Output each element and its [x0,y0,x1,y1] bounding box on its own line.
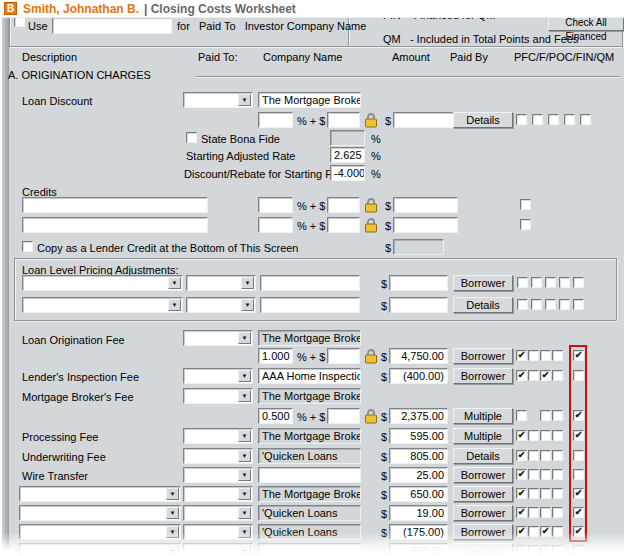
lenders-inspection-paid-to-select[interactable]: Other ▼ [183,368,253,384]
processing-multiple-button[interactable]: Multiple [453,428,513,444]
mortgage-broker-paid-to-select[interactable]: Broker ▼ [183,388,253,404]
lenders-inspection-paid-by-button[interactable]: Borrower [453,368,513,384]
loan-discount-paid-to-select[interactable]: Other ▼ [183,92,253,108]
llpa2-f-checkbox[interactable] [531,299,542,310]
mortgage-broker-pfc-checkbox[interactable] [516,410,527,421]
llpa1-qm-checkbox[interactable] [573,277,584,288]
loan-origination-pct-input[interactable]: 1.000 [258,348,293,364]
flood-cert-paid-by-button[interactable]: Borrower [453,505,513,521]
chevron-down-icon[interactable]: ▼ [238,430,251,442]
processing-f-checkbox[interactable] [528,430,539,441]
chevron-down-icon[interactable]: ▼ [168,277,181,289]
mortgage-broker-poc-checkbox[interactable] [540,410,551,421]
mortgage-broker-multiple-button[interactable]: Multiple [453,408,513,424]
wire-transfer-paid-to-select[interactable]: Other ▼ [183,467,253,483]
credit1-amount-input[interactable] [393,197,458,213]
admin-fee-paid-to-select[interactable]: Broker ▼ [183,486,253,502]
wire-transfer-amount-input[interactable]: 25.00 [389,467,448,483]
loan-discount-pfc-checkbox[interactable] [516,114,527,125]
loan-origination-fin-checkbox[interactable] [552,350,563,361]
chevron-down-icon[interactable]: ▼ [168,299,181,311]
wire-transfer-company-input[interactable] [258,467,361,483]
flood-cert-paid-to-select[interactable]: Lender ▼ [183,505,253,521]
llpa1-f-checkbox[interactable] [531,277,542,288]
loan-discount-fin-checkbox[interactable] [564,114,575,125]
loan-origination-paid-by-button[interactable]: Borrower [453,348,513,364]
lenders-inspection-amount-input[interactable]: (400.00) [389,368,448,384]
llpa2-type-select[interactable]: ▼ [22,297,183,313]
flood-cert-pfc-checkbox[interactable]: ✔ [516,507,527,518]
admin-fee-fin-checkbox[interactable] [552,488,563,499]
underwriting-paid-to-select[interactable]: Lender ▼ [183,448,253,464]
llpa1-fin-checkbox[interactable] [559,277,570,288]
llpa1-type-select[interactable]: ▼ [22,275,183,291]
chevron-down-icon[interactable]: ▼ [238,94,251,106]
credit1-pct-input[interactable] [258,197,293,213]
admin-fee-poc-checkbox[interactable] [540,488,551,499]
lock-icon[interactable] [364,112,378,128]
state-bona-fide-checkbox[interactable] [186,132,197,143]
loan-origination-paid-to-select[interactable]: Broker ▼ [183,330,253,346]
loan-discount-amount-input[interactable] [393,112,458,128]
copy-lender-credit-checkbox[interactable] [22,241,33,252]
chevron-down-icon[interactable]: ▼ [241,277,254,289]
loan-discount-f-checkbox[interactable] [532,114,543,125]
loan-discount-details-button[interactable]: Details [453,112,513,128]
lock-icon[interactable] [364,217,378,233]
flood-cert-type-select[interactable]: Flood Certification ▼ [19,505,181,521]
loan-origination-f-checkbox[interactable] [528,350,539,361]
llpa2-qm-checkbox[interactable] [573,299,584,310]
loan-origination-pfc-checkbox[interactable]: ✔ [516,350,527,361]
flood-cert-poc-checkbox[interactable] [540,507,551,518]
mortgage-broker-fin-checkbox[interactable] [552,410,563,421]
llpa1-paid-to-select[interactable]: ▼ [186,275,256,291]
lock-icon[interactable] [364,348,378,364]
admin-fee-amount-input[interactable]: 650.00 [389,486,448,502]
admin-fee-type-select[interactable]: Admin Fee ▼ [19,486,181,502]
lenders-inspection-pfc-checkbox[interactable]: ✔ [516,370,527,381]
credit2-name-input[interactable] [22,217,208,233]
chevron-down-icon[interactable]: ▼ [238,507,251,519]
processing-amount-input[interactable]: 595.00 [389,428,448,444]
loan-discount-company-input[interactable]: The Mortgage Brokers [258,92,361,108]
underwriting-amount-input[interactable]: 805.00 [389,448,448,464]
wire-transfer-paid-by-button[interactable]: Borrower [453,467,513,483]
loan-origination-poc-checkbox[interactable] [540,350,551,361]
loan-discount-qm-checkbox[interactable] [580,114,591,125]
llpa2-details-button[interactable]: Details [453,297,513,313]
llpa2-paid-to-select[interactable]: ▼ [186,297,256,313]
chevron-down-icon[interactable]: ▼ [238,450,251,462]
processing-poc-checkbox[interactable] [540,430,551,441]
underwriting-poc-checkbox[interactable] [540,450,551,461]
use-input[interactable] [52,17,172,34]
llpa1-company-input[interactable] [260,275,360,291]
chevron-down-icon[interactable]: ▼ [238,488,251,500]
mortgage-broker-amount-input[interactable]: 2,375.00 [389,408,448,424]
loan-discount-poc-checkbox[interactable] [548,114,559,125]
loan-discount-pct-input[interactable] [258,112,293,128]
underwriting-details-button[interactable]: Details [453,448,513,464]
chevron-down-icon[interactable]: ▼ [238,370,251,382]
credit2-pct-input[interactable] [258,217,293,233]
lock-icon[interactable] [364,408,378,424]
credit1-name-input[interactable] [22,197,208,213]
credit2-flat-input[interactable] [327,217,360,233]
underwriting-f-checkbox[interactable] [528,450,539,461]
flood-cert-f-checkbox[interactable] [528,507,539,518]
llpa1-paid-by-button[interactable]: Borrower [453,275,513,291]
wire-transfer-poc-checkbox[interactable] [540,469,551,480]
llpa2-poc-checkbox[interactable] [545,299,556,310]
lenders-inspection-fin-checkbox[interactable] [552,370,563,381]
mortgage-broker-flat-input[interactable] [327,408,360,424]
llpa2-pfc-checkbox[interactable] [517,299,528,310]
admin-fee-f-checkbox[interactable] [528,488,539,499]
lenders-inspection-f-checkbox[interactable] [528,370,539,381]
mortgage-broker-pct-input[interactable]: 0.500 [258,408,293,424]
chevron-down-icon[interactable]: ▼ [241,299,254,311]
processing-pfc-checkbox[interactable]: ✔ [516,430,527,441]
credit2-amount-input[interactable] [393,217,458,233]
llpa1-poc-checkbox[interactable] [545,277,556,288]
chevron-down-icon[interactable]: ▼ [166,488,179,500]
lenders-inspection-poc-checkbox[interactable]: ✔ [540,370,551,381]
credit1-flat-input[interactable] [327,197,360,213]
